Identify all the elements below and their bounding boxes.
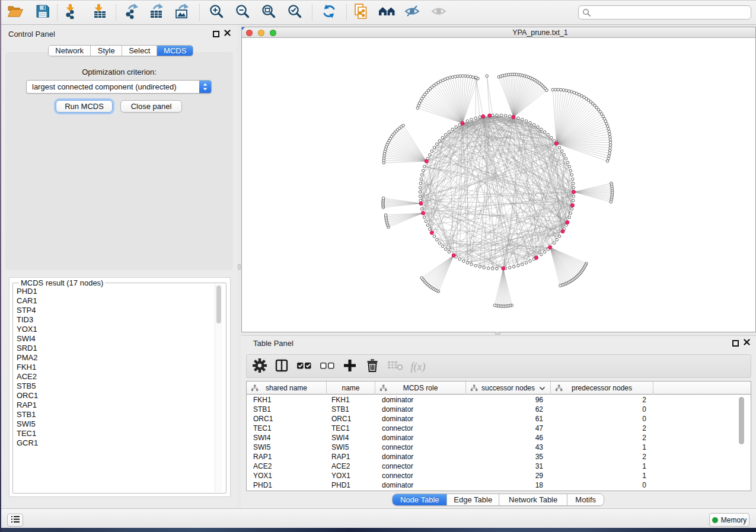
toolbar-separator — [116, 4, 116, 21]
tab-network-table[interactable]: Network Table — [499, 494, 567, 505]
column-header-successor-nodes[interactable]: successor nodes — [466, 382, 551, 395]
show-panels-button[interactable] — [7, 514, 23, 527]
network-canvas[interactable] — [242, 39, 755, 332]
mcds-result-item[interactable]: SRD1 — [14, 344, 218, 353]
tab-motifs[interactable]: Motifs — [567, 494, 604, 505]
export-table-button[interactable] — [146, 4, 167, 21]
tab-node-table[interactable]: Node Table — [393, 494, 447, 505]
mcds-result-item[interactable]: FKH1 — [14, 363, 218, 372]
delete-button[interactable] — [363, 358, 382, 376]
open-folder-button[interactable] — [5, 4, 25, 21]
deselect-all-button[interactable] — [318, 358, 337, 376]
function-button[interactable]: f(x) — [409, 358, 428, 376]
cell: 0 — [550, 414, 653, 424]
table-row[interactable]: FKH1FKH1dominator962 — [247, 395, 751, 405]
table-row[interactable]: TEC1TEC1connector472 — [247, 424, 751, 433]
delete-table-button[interactable] — [386, 358, 405, 376]
mcds-result-item[interactable]: STB5 — [14, 382, 218, 391]
cell: 2 — [550, 433, 653, 443]
vertical-splitter-handle[interactable] — [238, 264, 241, 270]
mcds-result-item[interactable]: CAR1 — [14, 296, 218, 306]
cell: 29 — [465, 471, 550, 480]
select-all-button[interactable] — [295, 358, 314, 376]
add-button[interactable] — [340, 358, 359, 376]
mcds-result-item[interactable]: ACE2 — [14, 372, 218, 382]
table-row[interactable]: SWI5SWI5connector431 — [247, 443, 751, 452]
table-row[interactable]: ACE2ACE2connector311 — [247, 462, 751, 471]
tab-edge-table[interactable]: Edge Table — [447, 494, 499, 505]
deselect-all-icon — [319, 358, 336, 376]
mcds-result-item[interactable]: ORC1 — [14, 391, 218, 400]
cell: connector — [375, 462, 465, 471]
cytoscape-app-window: Control Panel Optimization criterion: la… — [1, 0, 756, 527]
first-neighbors-button[interactable] — [377, 4, 397, 21]
tab-style[interactable]: Style — [91, 46, 122, 56]
columns-button[interactable] — [272, 358, 291, 376]
tab-mcds[interactable]: MCDS — [157, 46, 193, 56]
table-row[interactable]: ORC1ORC1dominator610 — [247, 414, 751, 424]
table-row[interactable]: STB1STB1dominator620 — [247, 405, 751, 414]
mcds-result-scrollbar-thumb[interactable] — [216, 286, 221, 323]
run-mcds-button[interactable]: Run MCDS — [56, 100, 113, 113]
open-folder-icon — [7, 4, 24, 21]
close-panel-button[interactable]: Close panel — [120, 100, 182, 113]
column-header-name[interactable]: name — [327, 382, 375, 395]
zoom-fit-button[interactable] — [259, 4, 279, 21]
control-panel-float-icon[interactable] — [213, 31, 219, 37]
hide-selected-button[interactable] — [402, 4, 422, 21]
zoom-out-button[interactable] — [232, 4, 253, 21]
mcds-result-item[interactable]: STP4 — [14, 306, 218, 315]
mcds-result-item[interactable]: YOX1 — [14, 325, 218, 334]
mcds-result-item[interactable]: STB1 — [14, 410, 218, 419]
new-network-from-selection-button[interactable] — [351, 4, 371, 21]
mcds-result-item[interactable]: GCR1 — [14, 438, 218, 448]
mcds-result-item[interactable]: PHD1 — [14, 287, 218, 296]
show-all-button[interactable] — [429, 4, 449, 21]
memory-button[interactable]: Memory — [709, 513, 749, 527]
column-header-predecessor-nodes[interactable]: predecessor nodes — [551, 382, 653, 395]
column-header-mcds-role[interactable]: MCDS role — [375, 382, 466, 395]
table-row[interactable]: PHD1PHD1dominator180 — [247, 480, 751, 490]
mcds-result-scrollbar[interactable] — [215, 284, 222, 492]
table-scrollbar-thumb[interactable] — [739, 397, 744, 444]
export-image-button[interactable] — [172, 4, 192, 21]
control-panel-close-icon[interactable] — [224, 29, 231, 37]
attribute-type-icon — [251, 384, 259, 393]
search-box[interactable] — [578, 5, 751, 20]
refresh-button[interactable] — [319, 4, 339, 21]
gear-button[interactable] — [250, 358, 269, 376]
columns-icon — [274, 358, 289, 376]
table-row[interactable]: SWI4SWI4dominator462 — [247, 433, 751, 443]
mcds-result-item[interactable]: RAP1 — [14, 400, 218, 410]
zoom-out-icon — [235, 4, 250, 21]
network-window-titlebar[interactable]: YPA_prune.txt_1 — [242, 27, 755, 38]
table-panel-float-icon[interactable] — [732, 340, 739, 347]
table-panel-close-icon[interactable] — [744, 338, 750, 347]
mcds-result-list[interactable]: PHD1CAR1STP4TID3YOX1SWI4SRD1PMA2FKH1ACE2… — [14, 287, 218, 491]
close-traffic-light[interactable] — [246, 30, 253, 36]
mcds-result-item[interactable]: SWI5 — [14, 419, 218, 429]
save-button[interactable] — [33, 4, 53, 21]
tab-select[interactable]: Select — [122, 46, 158, 56]
table-row[interactable]: YOX1YOX1connector291 — [247, 471, 751, 480]
zoom-selected-button[interactable] — [285, 4, 305, 21]
column-header-shared-name[interactable]: shared name — [247, 382, 327, 395]
mcds-result-item[interactable]: SWI4 — [14, 334, 218, 344]
horizontal-splitter-handle[interactable] — [495, 332, 500, 335]
table-row[interactable]: RAP1RAP1dominator352 — [247, 452, 751, 462]
optimization-criterion-label: Optimization criterion: — [5, 68, 233, 76]
tab-network[interactable]: Network — [49, 46, 91, 56]
search-input[interactable] — [593, 7, 747, 18]
export-network-button[interactable] — [122, 4, 142, 21]
cell: 1 — [550, 462, 653, 471]
zoom-in-button[interactable] — [206, 4, 227, 21]
mcds-result-item[interactable]: TEC1 — [14, 429, 218, 438]
mcds-result-item[interactable]: PMA2 — [14, 353, 218, 363]
maximize-traffic-light[interactable] — [270, 30, 276, 36]
import-table-button[interactable] — [90, 4, 110, 21]
import-network-button[interactable] — [61, 4, 81, 21]
optimization-criterion-select[interactable]: largest connected component (undirected) — [26, 80, 212, 94]
cell: RAP1 — [247, 452, 326, 462]
mcds-result-item[interactable]: TID3 — [14, 315, 218, 325]
minimize-traffic-light[interactable] — [258, 30, 264, 36]
